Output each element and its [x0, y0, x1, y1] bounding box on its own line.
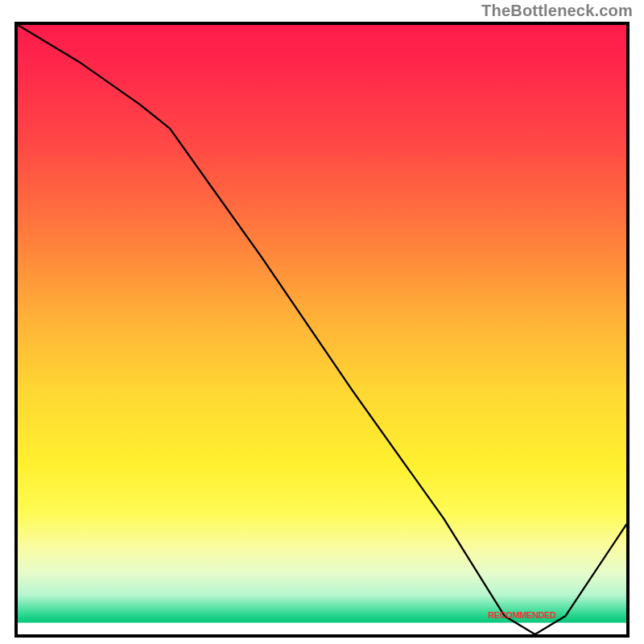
chart-frame: RECOMMENDED: [14, 22, 630, 638]
recommended-annotation: RECOMMENDED: [488, 610, 555, 620]
attribution-text: TheBottleneck.com: [481, 2, 633, 20]
chart-gradient-background: [18, 25, 626, 634]
